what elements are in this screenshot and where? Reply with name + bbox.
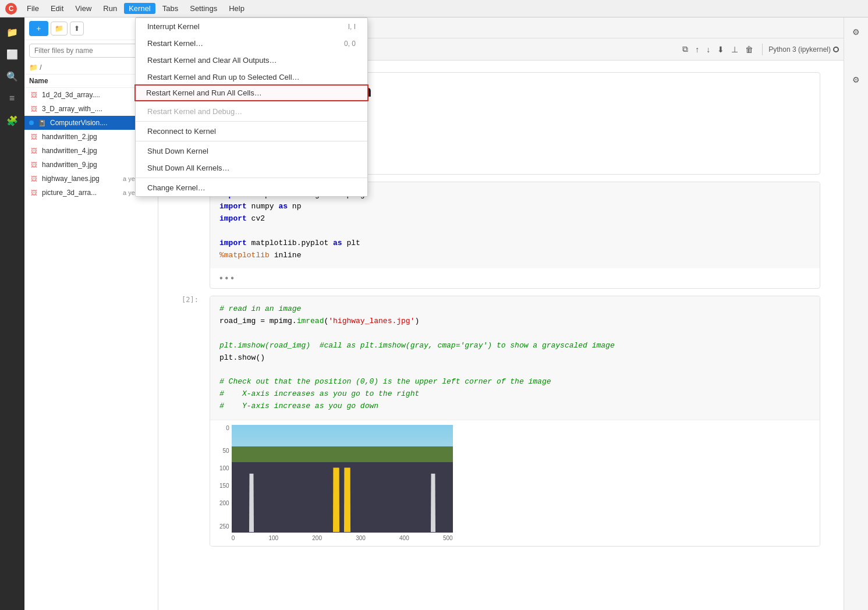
menu-item-label: Reconnect to Kernel [147,127,216,136]
menu-item-label: Change Kernel… [147,183,206,192]
kernel-dropdown-menu: Interrupt Kernel I, I Restart Kernel… 0,… [135,17,368,197]
menu-shut-down[interactable]: Shut Down Kernel [136,143,367,159]
menu-item-label: Restart Kernel and Run up to Selected Ce… [147,73,300,81]
menu-interrupt-kernel[interactable]: Interrupt Kernel I, I [136,18,367,35]
menu-separator-4 [136,178,367,178]
menu-separator-3 [136,141,367,141]
menu-reconnect[interactable]: Reconnect to Kernel [136,123,367,140]
menu-restart-clear[interactable]: Restart Kernel and Clear All Outputs… [136,52,367,69]
menu-item-label: Shut Down All Kernels… [147,164,230,172]
menu-item-label: Restart Kernel… [147,39,203,48]
menu-overlay[interactable] [0,0,868,610]
menu-item-label: Interrupt Kernel [147,22,200,31]
menu-item-label: Shut Down Kernel [147,147,208,155]
menu-change-kernel[interactable]: Change Kernel… [136,179,367,196]
menu-item-shortcut: 0, 0 [344,40,356,48]
menu-restart-run-selected[interactable]: Restart Kernel and Run up to Selected Ce… [136,69,367,86]
menu-item-label: Restart Kernel and Debug… [147,107,242,116]
menu-restart-kernel[interactable]: Restart Kernel… 0, 0 [136,35,367,52]
menu-separator-1 [136,101,367,102]
menu-separator-2 [136,121,367,122]
menu-item-shortcut: I, I [348,23,356,31]
menu-item-label: Restart Kernel and Clear All Outputs… [147,56,277,65]
menu-shut-down-all[interactable]: Shut Down All Kernels… [136,159,367,176]
menu-restart-run-all[interactable]: Restart Kernel and Run All Cells… [134,84,369,101]
menu-item-label: Restart Kernel and Run All Cells… [146,88,262,97]
menu-restart-debug: Restart Kernel and Debug… [136,103,367,120]
